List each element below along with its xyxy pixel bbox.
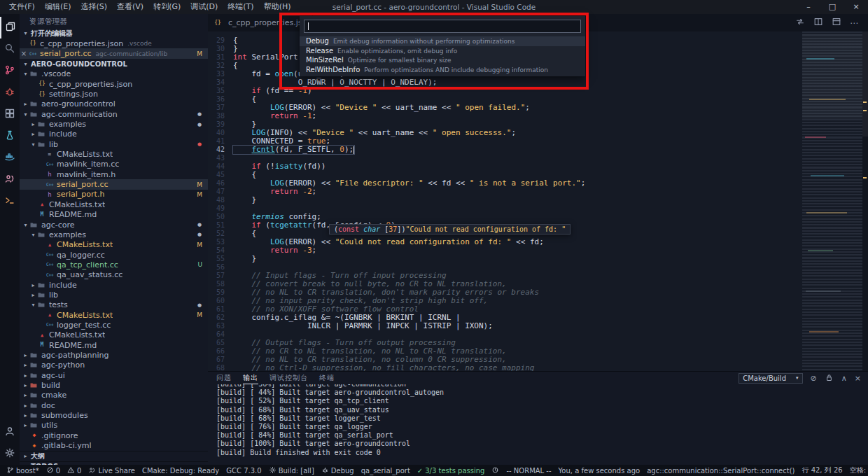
panel-tab[interactable]: 输出 [243,372,258,384]
tree-file-CMakeLists.txt[interactable]: ≡CMakeLists.txt [20,149,208,159]
status-item[interactable]: GCC 7.3.0 [223,465,265,476]
split-editor-icon[interactable] [813,16,823,29]
tree-folder-examples[interactable]: ▾examples● [20,230,208,239]
maximize-button[interactable]: □ [820,0,844,14]
activity-search[interactable] [0,38,20,60]
menu-item[interactable]: 选择(S) [76,0,112,14]
clear-output-icon[interactable]: ⊘ [811,374,817,383]
minimize-button[interactable]: – [797,0,820,14]
tree-folder-agc-communication[interactable]: ▾agc-communication● [20,109,208,119]
tree-file-settings.json[interactable]: {}settings.json [20,89,208,99]
tree-file-README.md[interactable]: MREADME.md [20,210,208,220]
minimap[interactable] [802,31,862,371]
tree-file-mavlink_item.cc[interactable]: C++mavlink_item.cc [20,160,208,169]
menu-item[interactable]: 编辑(E) [40,0,76,14]
code-line[interactable]: 48 } [208,196,801,204]
activity-extensions[interactable] [0,104,20,125]
panel-tab[interactable]: 终端 [319,372,335,384]
activity-settings[interactable] [0,443,20,465]
code-line[interactable]: 38 return -1; [208,112,801,120]
activity-remote[interactable] [0,190,20,212]
more-actions-icon[interactable]: ⋯ [850,18,858,28]
activity-live-share[interactable] [0,169,20,190]
tree-folder-agc-core[interactable]: ▾agc-core● [20,220,208,230]
status-item-clock[interactable] [488,465,503,476]
tree-folder-agc-ui[interactable]: ▸agc-ui [20,370,208,380]
status-item-error[interactable]: 0 [43,465,64,476]
menu-item[interactable]: 帮助(H) [259,0,296,14]
tree-folder-doc[interactable]: ▸doc [20,400,208,410]
menu-item[interactable]: 终端(T) [223,0,258,14]
outline-header[interactable]: ▸ 大纲 [20,451,208,461]
open-editor-item[interactable]: ×C++serial_port.ccagc-communication/libM [20,48,208,58]
tree-file-qa_logger.cc[interactable]: C++qa_logger.cc [20,250,208,260]
tree-file-serial_port.cc[interactable]: C++serial_port.ccM [20,179,208,189]
menu-item[interactable]: 调试(D) [186,0,223,14]
tree-folder-utils[interactable]: ▸utils [20,421,208,430]
status-item[interactable]: qa_serial_port [358,465,414,476]
activity-source-control[interactable] [0,60,20,82]
tree-file-CMakeLists.txt[interactable]: ▲CMakeLists.txtM [20,310,208,320]
status-item-gear[interactable]: Build: [all] [265,465,318,476]
quick-pick-item[interactable]: MinSizeRelOptimize for smallest binary s… [300,55,585,65]
tree-file-logger_test.cc[interactable]: C++logger_test.cc [20,320,208,330]
tree-file-mavlink_item.h[interactable]: hmavlink_item.h [20,169,208,179]
toggle-layout-icon[interactable] [832,16,841,29]
activity-run-debug[interactable] [0,82,20,104]
tree-file-.gitignore[interactable]: ◆.gitignore [20,430,208,440]
lock-scroll-icon[interactable] [825,373,834,384]
tree-file-README.md[interactable]: MREADME.md [20,340,208,350]
code-line[interactable]: 35 if (fd == -1) [208,87,801,95]
open-editors-header[interactable]: ▾ 打开的编辑器 [20,28,208,38]
tree-folder-examples[interactable]: ▸examples● [20,119,208,129]
tree-folder-.vscode[interactable]: ▾.vscode [20,69,208,79]
tree-folder-agc-python[interactable]: ▸agc-python [20,360,208,370]
tree-folder-agc-pathplanning[interactable]: ▸agc-pathplanning [20,350,208,360]
quick-pick-item[interactable]: RelWithDebInfoPerform optimizations AND … [300,65,585,75]
tree-file-qa_uav_status.cc[interactable]: C++qa_uav_status.cc [20,270,208,280]
tree-file-CMakeLists.txt[interactable]: ▲CMakeLists.txt [20,330,208,340]
close-panel-icon[interactable]: × [855,374,861,383]
code-line[interactable]: 68 // no Ctrl-D suppression, no fill cha… [208,364,801,371]
panel-tab[interactable]: 调试控制台 [270,372,308,384]
tree-folder-submodules[interactable]: ▸submodules [20,410,208,420]
output-channel-select[interactable]: CMake/Build ▾ [738,373,802,384]
tab-c_cpp_properties[interactable]: {} c_cpp_properties.json × [208,14,313,31]
code-line[interactable]: 63 INLCR | PARMRK | INPCK | ISTRIP | IXO… [208,322,801,330]
status-item-git-branch[interactable]: boost* [3,465,43,476]
scrollbar-thumb[interactable] [862,31,868,136]
status-item[interactable]: 行 42, 列 26 [798,465,846,476]
menu-item[interactable]: 转到(G) [148,0,186,14]
code-line[interactable]: 44 if (!isatty(fd)) [208,162,801,171]
tree-file-CMakeLists.txt[interactable]: ▲CMakeLists.txt [20,200,208,209]
minimap-viewport[interactable] [802,34,862,119]
tree-folder-include[interactable]: ▸include [20,130,208,139]
tree-file-CMakeLists.txt[interactable]: ▲CMakeLists.txtM [20,240,208,250]
open-editor-item[interactable]: {}c_cpp_properties.json.vscode [20,38,208,48]
quick-pick-item[interactable]: DebugEmit debug information without perf… [300,36,585,46]
tree-file-.gitlab-ci.yml[interactable]: ◈.gitlab-ci.yml [20,440,208,450]
activity-test-explorer[interactable] [0,125,20,147]
activity-explorer[interactable] [0,17,20,38]
tree-folder-aero-groundcontrol[interactable]: ▸aero-groundcontrol [20,99,208,109]
project-header[interactable]: ▾ AERO-GROUNDCONTROL [20,59,208,69]
menu-item[interactable]: 文件(F) [4,0,40,14]
status-item[interactable]: -- NORMAL -- [503,465,554,476]
code-line[interactable]: 55 } [208,255,801,263]
tree-file-qa_tcp_client.cc[interactable]: C++qa_tcp_client.ccU [20,260,208,270]
code-line[interactable]: 54 return -3; [208,246,801,255]
quick-pick-item[interactable]: ReleaseEnable optimizations, omit debug … [300,46,585,56]
tree-folder-include[interactable]: ▸include [20,280,208,290]
status-item[interactable]: You, a few seconds ago [555,465,644,476]
maximize-panel-icon[interactable]: ∧ [841,374,847,383]
open-changes-icon[interactable] [795,16,805,29]
status-item-check[interactable]: ✓3/3 tests passing [414,465,489,476]
tree-folder-tests[interactable]: ▾tests● [20,300,208,310]
code-line[interactable]: 42 fcntl(fd, F_SETFL, 0); [208,146,801,154]
close-icon[interactable]: × [20,50,28,57]
status-item-bug[interactable]: Debug [318,465,358,476]
activity-account[interactable] [0,421,20,443]
code-line[interactable]: 47 return -2; [208,188,801,196]
quick-pick-input[interactable] [304,20,581,33]
panel-tab[interactable]: 问题 [216,372,232,384]
